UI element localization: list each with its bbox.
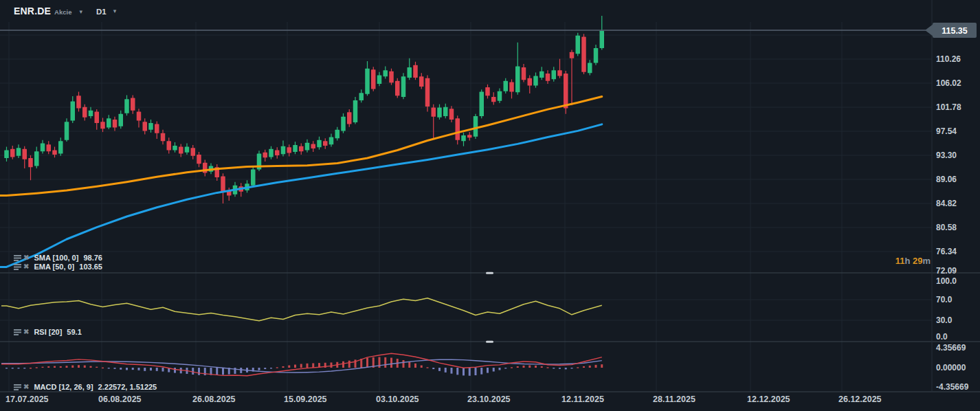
macd-histogram-bar bbox=[504, 368, 506, 368]
indicator-remove-icon[interactable]: ✖ bbox=[23, 263, 29, 270]
macd-histogram-bar bbox=[216, 368, 218, 375]
candle bbox=[504, 81, 509, 91]
axis-label: -4.35669 bbox=[936, 382, 969, 392]
candle bbox=[383, 70, 388, 76]
timeframe-selector[interactable]: D1 ▾ bbox=[96, 8, 116, 16]
macd-histogram-bar bbox=[480, 368, 482, 375]
candle bbox=[600, 31, 605, 48]
panel-resize-handle[interactable] bbox=[486, 272, 493, 274]
candle bbox=[172, 146, 177, 151]
macd-histogram-bar bbox=[150, 368, 152, 370]
macd-histogram-bar bbox=[30, 368, 32, 368]
candle bbox=[509, 82, 514, 91]
grid-lines bbox=[0, 22, 932, 392]
rsi-value: 59.1 bbox=[67, 328, 81, 336]
macd-histogram bbox=[5, 357, 603, 376]
macd-histogram-bar bbox=[222, 368, 224, 375]
axis-label: 72.09 bbox=[936, 266, 957, 276]
candle bbox=[161, 133, 166, 142]
axis-label: 28.11.2025 bbox=[653, 395, 695, 404]
indicator-remove-icon[interactable]: ✖ bbox=[23, 384, 29, 390]
indicator-remove-icon[interactable]: ✖ bbox=[23, 254, 29, 261]
candle bbox=[474, 116, 478, 137]
candle bbox=[341, 117, 346, 131]
macd-histogram-bar bbox=[342, 362, 344, 368]
candle bbox=[143, 122, 148, 131]
axis-label: 106.02 bbox=[936, 78, 961, 88]
macd-histogram-bar bbox=[451, 368, 453, 374]
candle bbox=[449, 109, 454, 120]
macd-histogram-bar bbox=[559, 368, 561, 369]
rsi-axis: 100.070.030.00.0 bbox=[936, 276, 957, 342]
candle bbox=[167, 141, 172, 150]
candle bbox=[107, 118, 111, 127]
candle-close-countdown: 11h 29m bbox=[895, 256, 931, 266]
candle bbox=[16, 148, 21, 156]
candle bbox=[576, 36, 581, 54]
indicator-legend-rsi: ✖ RSI [20] 59.1 bbox=[14, 328, 82, 336]
candle bbox=[311, 144, 316, 148]
countdown-hours-unit: h bbox=[904, 256, 913, 266]
candle bbox=[100, 122, 105, 129]
panel-resize-handle[interactable] bbox=[486, 341, 493, 343]
macd-histogram-bar bbox=[469, 368, 471, 376]
symbol-selector[interactable]: ENR.DE Akcie ▾ bbox=[14, 5, 82, 16]
countdown-minutes: 29 bbox=[913, 256, 922, 266]
macd-histogram-bar bbox=[198, 368, 200, 375]
axis-label: 80.58 bbox=[936, 223, 957, 232]
macd-histogram-bar bbox=[421, 366, 423, 368]
candle bbox=[58, 141, 63, 153]
candle bbox=[557, 70, 562, 76]
macd-histogram-bar bbox=[553, 368, 555, 368]
indicator-remove-icon[interactable]: ✖ bbox=[23, 329, 29, 335]
chevron-down-icon[interactable]: ▾ bbox=[79, 8, 82, 15]
candle bbox=[52, 150, 57, 155]
macd-histogram-bar bbox=[366, 358, 368, 368]
candle bbox=[359, 93, 364, 100]
indicator-settings-icon[interactable] bbox=[14, 263, 21, 270]
candle bbox=[131, 98, 135, 111]
macd-histogram-bar bbox=[240, 368, 242, 373]
candle bbox=[293, 145, 298, 152]
candle bbox=[10, 149, 15, 157]
chevron-down-icon[interactable]: ▾ bbox=[113, 8, 117, 14]
rsi-line bbox=[1, 298, 602, 321]
macd-histogram-bar bbox=[390, 358, 392, 368]
candle bbox=[28, 158, 33, 167]
macd-histogram-bar bbox=[71, 366, 74, 368]
ema-label: EMA [50, 0] bbox=[34, 263, 74, 271]
candle bbox=[377, 76, 382, 84]
chart-canvas[interactable]: 114.51110.26106.02101.7897.5493.3089.068… bbox=[0, 0, 980, 411]
macd-histogram-bar bbox=[132, 368, 134, 370]
axis-label: 15.09.2025 bbox=[284, 395, 327, 404]
macd-histogram-bar bbox=[138, 368, 140, 370]
candle bbox=[413, 65, 418, 78]
candle bbox=[432, 108, 436, 117]
macd-histogram-bar bbox=[162, 368, 164, 372]
sma-value: 98.76 bbox=[83, 254, 102, 262]
candle bbox=[299, 146, 304, 151]
candle bbox=[41, 144, 45, 152]
macd-histogram-bar bbox=[96, 367, 98, 368]
indicator-settings-icon[interactable] bbox=[14, 329, 21, 335]
candle bbox=[443, 107, 448, 116]
price-axis: 114.51110.26106.02101.7897.5493.3089.068… bbox=[936, 30, 961, 276]
axis-label: 30.0 bbox=[936, 315, 953, 325]
macd-histogram-bar bbox=[499, 368, 501, 370]
candle bbox=[365, 69, 370, 94]
candle bbox=[287, 147, 292, 153]
macd-histogram-bar bbox=[294, 365, 296, 368]
indicator-legend-ema: ✖ EMA [50, 0] 103.65 bbox=[14, 263, 102, 271]
macd-histogram-bar bbox=[355, 359, 357, 368]
macd-histogram-bar bbox=[475, 368, 477, 375]
candle bbox=[4, 150, 9, 158]
indicator-settings-icon[interactable] bbox=[14, 254, 21, 261]
macd-histogram-bar bbox=[66, 366, 68, 368]
candle bbox=[539, 71, 544, 78]
indicator-settings-icon[interactable] bbox=[14, 384, 21, 390]
axis-label: 110.26 bbox=[936, 54, 961, 64]
macd-histogram-bar bbox=[114, 368, 116, 369]
macd-histogram-bar bbox=[288, 366, 290, 368]
axis-label: 4.35669 bbox=[936, 343, 966, 353]
axis-label: 70.0 bbox=[936, 295, 953, 304]
